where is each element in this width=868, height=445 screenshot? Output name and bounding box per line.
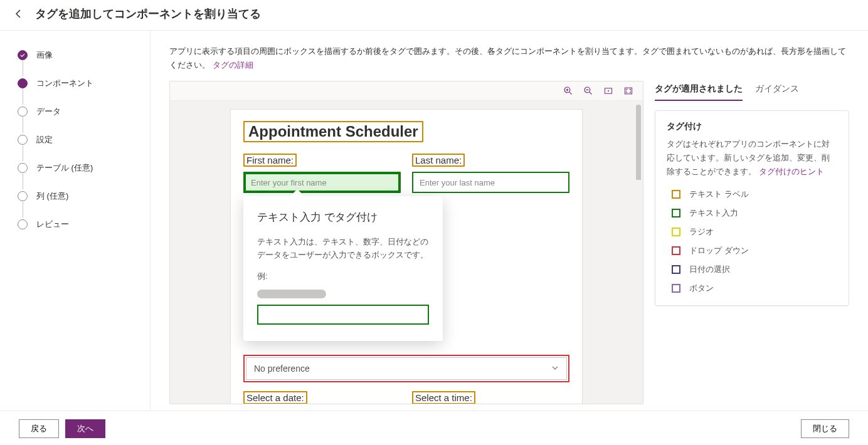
- canvas-body[interactable]: Appointment Scheduler First name: Enter …: [170, 101, 643, 404]
- legend-text-label[interactable]: テキスト ラベル: [667, 189, 837, 200]
- step-image[interactable]: 画像: [18, 48, 137, 62]
- instruction-body: アプリに表示する項目の周囲にボックスを描画するか前後をタグで囲みます。その後、各…: [169, 46, 846, 70]
- zoom-in-icon[interactable]: [563, 85, 574, 97]
- step-table[interactable]: テーブル (任意): [18, 161, 137, 175]
- step-label: 画像: [36, 50, 53, 61]
- step-label: データ: [36, 106, 61, 117]
- step-dot: [18, 219, 28, 229]
- step-dot-current: [18, 78, 28, 88]
- last-name-input-tag[interactable]: Enter your last name: [412, 172, 569, 193]
- check-icon: [18, 50, 28, 60]
- tag-card-title: タグ付け: [667, 121, 837, 132]
- step-label: 設定: [36, 134, 53, 145]
- close-button[interactable]: 閉じる: [801, 419, 849, 438]
- legend-label: ボタン: [689, 283, 714, 294]
- right-tabs: タグが適用されました ガイダンス: [655, 81, 849, 102]
- tab-guidance[interactable]: ガイダンス: [755, 81, 799, 101]
- back-arrow-icon[interactable]: [13, 8, 25, 20]
- step-column[interactable]: 列 (任意): [18, 189, 137, 203]
- legend-label: 日付の選択: [689, 264, 730, 275]
- step-dot: [18, 191, 28, 201]
- legend-label: ラジオ: [689, 226, 714, 238]
- step-review[interactable]: レビュー: [18, 217, 137, 231]
- canvas-toolbar: [170, 81, 643, 101]
- tagging-hints-link[interactable]: タグ付けのヒント: [759, 167, 824, 176]
- first-name-input-tag[interactable]: Enter your first name: [243, 172, 401, 193]
- tag-card: タグ付け タグはそれぞれアプリのコンポーネントに対応しています。新しいタグを追加…: [655, 110, 849, 306]
- svg-point-3: [608, 90, 609, 92]
- canvas-panel: Appointment Scheduler First name: Enter …: [169, 81, 643, 404]
- legend-label: ドロップ ダウン: [689, 245, 749, 256]
- fit-width-icon[interactable]: [603, 85, 614, 97]
- chevron-down-icon: [551, 364, 559, 374]
- swatch-navy-icon: [672, 265, 680, 274]
- svg-rect-4: [625, 88, 632, 94]
- dropdown-tag[interactable]: No preference: [243, 355, 569, 382]
- fullscreen-icon[interactable]: [623, 85, 634, 97]
- last-name-label-tag[interactable]: Last name:: [412, 154, 465, 167]
- dropdown-field[interactable]: No preference: [246, 357, 567, 380]
- swatch-purple-icon: [672, 284, 680, 293]
- legend-date-picker[interactable]: 日付の選択: [667, 264, 837, 275]
- example-text-input: [257, 305, 429, 325]
- step-label: レビュー: [36, 219, 69, 230]
- instruction-text: アプリに表示する項目の周囲にボックスを描画するか前後をタグで囲みます。その後、各…: [169, 45, 849, 72]
- footer: 戻る 次へ 閉じる: [0, 411, 868, 445]
- next-button[interactable]: 次へ: [65, 419, 105, 438]
- popover-example-label: 例:: [257, 271, 429, 282]
- legend-text-input[interactable]: テキスト入力: [667, 207, 837, 219]
- tag-details-link[interactable]: タグの詳細: [213, 60, 253, 70]
- tag-legend: テキスト ラベル テキスト入力 ラジオ ドロップ ダウン: [667, 189, 837, 294]
- swatch-yellow-icon: [672, 228, 680, 236]
- step-dot: [18, 135, 28, 145]
- popover-title: テキスト入力 でタグ付け: [257, 210, 429, 224]
- right-panel: タグが適用されました ガイダンス タグ付け タグはそれぞれアプリのコンポーネント…: [655, 81, 849, 404]
- stepper: 画像 コンポーネント データ 設定 テーブル (任意) 列 (任意): [0, 31, 151, 411]
- legend-label: テキスト ラベル: [689, 189, 749, 200]
- step-dot: [18, 107, 28, 117]
- legend-dropdown[interactable]: ドロップ ダウン: [667, 245, 837, 256]
- step-data[interactable]: データ: [18, 105, 137, 118]
- step-label: コンポーネント: [36, 78, 93, 89]
- page-title: タグを追加してコンポーネントを割り当てる: [35, 6, 261, 21]
- swatch-orange-icon: [672, 190, 680, 199]
- first-name-label-tag[interactable]: First name:: [243, 154, 297, 167]
- step-label: 列 (任意): [36, 191, 68, 202]
- back-button[interactable]: 戻る: [19, 419, 59, 438]
- swatch-green-icon: [672, 209, 680, 217]
- tag-card-desc: タグはそれぞれアプリのコンポーネントに対応しています。新しいタグを追加、変更、削…: [667, 137, 837, 179]
- legend-label: テキスト入力: [689, 207, 738, 219]
- legend-button[interactable]: ボタン: [667, 283, 837, 294]
- select-date-label-tag[interactable]: Select a date:: [243, 391, 307, 404]
- tab-tags-applied[interactable]: タグが適用されました: [655, 81, 743, 101]
- app-title-tag[interactable]: Appointment Scheduler: [243, 121, 423, 142]
- example-placeholder-pill: [257, 290, 326, 298]
- step-component[interactable]: コンポーネント: [18, 76, 137, 90]
- select-time-label-tag[interactable]: Select a time:: [412, 391, 475, 404]
- tag-popover: テキスト入力 でタグ付け テキスト入力は、テキスト、数字、日付などのデータをユー…: [243, 196, 443, 341]
- swatch-red-icon: [672, 246, 680, 255]
- legend-radio[interactable]: ラジオ: [667, 226, 837, 238]
- popover-desc: テキスト入力は、テキスト、数字、日付などのデータをユーザーが入力できるボックスで…: [257, 236, 429, 262]
- step-settings[interactable]: 設定: [18, 133, 137, 147]
- step-dot: [18, 163, 28, 173]
- zoom-out-icon[interactable]: [583, 85, 594, 97]
- header: タグを追加してコンポーネントを割り当てる: [0, 0, 868, 31]
- app-mock: Appointment Scheduler First name: Enter …: [231, 110, 582, 404]
- dropdown-value: No preference: [254, 364, 310, 374]
- step-label: テーブル (任意): [36, 162, 93, 174]
